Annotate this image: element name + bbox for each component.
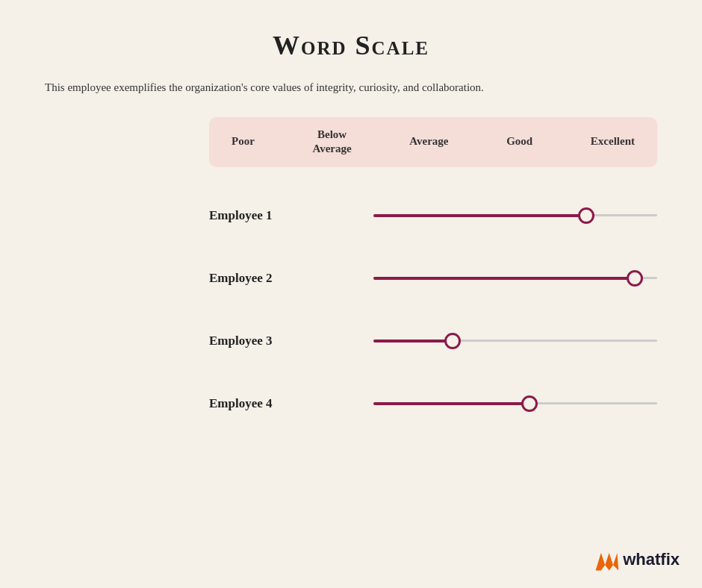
slider-thumb-1 <box>578 207 594 224</box>
employee-1-slider[interactable] <box>373 211 657 220</box>
employees-section: Employee 1 Employee 2 Employee 3 <box>209 190 657 430</box>
description: This employee exemplifies the organizati… <box>45 79 627 96</box>
svg-marker-0 <box>596 553 619 570</box>
employee-2-label: Employee 2 <box>209 271 373 286</box>
brand-name: whatfix <box>623 550 680 569</box>
scale-label-below-average: BelowAverage <box>312 128 351 157</box>
employee-row-2: Employee 2 <box>209 252 657 304</box>
employee-1-label: Employee 1 <box>209 208 373 223</box>
scale-label-poor: Poor <box>232 134 255 149</box>
whatfix-icon <box>593 546 620 573</box>
employee-row-4: Employee 4 <box>209 378 657 430</box>
slider-fill-1 <box>373 214 586 217</box>
page-container: Word Scale This employee exemplifies the… <box>0 0 702 588</box>
slider-thumb-2 <box>627 270 643 287</box>
employee-3-label: Employee 3 <box>209 334 373 348</box>
scale-header: Poor BelowAverage Average Good Excellent <box>209 117 657 167</box>
scale-label-good: Good <box>506 134 532 149</box>
employee-row-1: Employee 1 <box>209 190 657 242</box>
employee-3-slider[interactable] <box>373 337 657 345</box>
employee-2-slider[interactable] <box>373 274 657 283</box>
slider-fill-2 <box>373 277 635 280</box>
slider-thumb-3 <box>444 333 461 349</box>
scale-label-excellent: Excellent <box>591 134 635 149</box>
slider-fill-3 <box>373 340 453 343</box>
slider-fill-4 <box>373 402 529 405</box>
page-title: Word Scale <box>45 30 657 61</box>
scale-section: Poor BelowAverage Average Good Excellent… <box>209 117 657 430</box>
whatfix-logo: whatfix <box>593 546 680 573</box>
employee-4-label: Employee 4 <box>209 396 373 411</box>
employee-4-slider[interactable] <box>373 399 657 408</box>
scale-label-average: Average <box>409 134 448 149</box>
employee-row-3: Employee 3 <box>209 315 657 367</box>
slider-thumb-4 <box>521 395 538 412</box>
